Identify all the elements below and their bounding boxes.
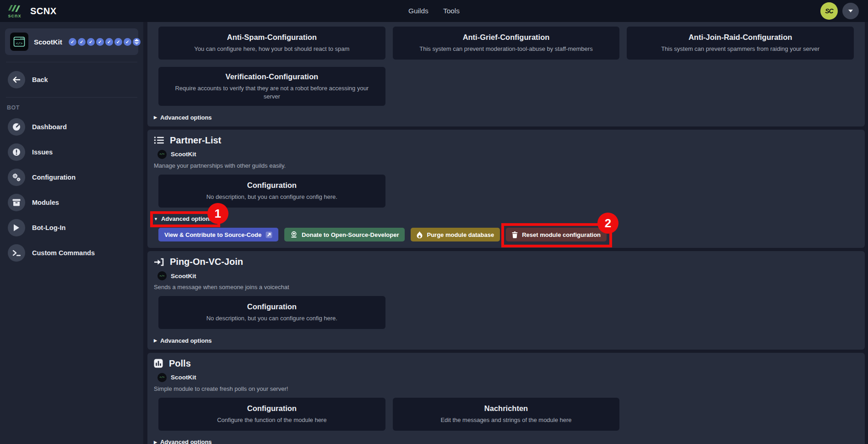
triangle-right-icon: ▶ <box>154 338 157 343</box>
sidebar-item-modules[interactable]: Modules <box>5 192 138 213</box>
section-owner: ScootKit <box>171 374 196 381</box>
modules-icon <box>8 194 25 211</box>
button-label: Reset module configuration <box>522 231 601 238</box>
sidebar: </> ScootKit ✓ ✓ ✓ ✓ ✓ ✓ ✓ <box>0 22 143 444</box>
sidebar-section-label: BOT <box>7 104 136 111</box>
advanced-options-label: Advanced options <box>160 439 212 444</box>
config-card[interactable]: Verification-Configuration Require accou… <box>158 67 385 106</box>
advanced-options-toggle[interactable]: ▶ Advanced options <box>154 337 212 344</box>
top-navbar: scnx SCNX Guilds Tools SC <box>0 0 868 22</box>
back-arrow-icon <box>8 71 25 88</box>
nav-link-tools[interactable]: Tools <box>443 7 460 15</box>
chevron-down-icon <box>848 9 853 13</box>
sidebar-item-dashboard[interactable]: Dashboard <box>5 116 138 137</box>
donate-button[interactable]: Donate to Open-Source-Developer <box>284 228 405 241</box>
config-card-desc: Configure the function of the module her… <box>217 416 326 424</box>
config-card-title: Configuration <box>247 302 297 311</box>
config-card-title: Verification-Configuration <box>226 72 319 81</box>
config-card[interactable]: Configuration Configure the function of … <box>158 398 385 431</box>
button-label: Purge module database <box>427 231 494 238</box>
config-card-title: Nachrichten <box>484 404 528 413</box>
navbar-right: SC <box>820 2 859 20</box>
triangle-down-icon: ▼ <box>154 217 158 221</box>
scootkit-avatar: </> <box>157 150 167 159</box>
sidebar-item-label: Issues <box>32 148 53 156</box>
guild-avatar-icon: </> <box>10 33 28 51</box>
section-title: Ping-On-VC-Join <box>170 257 243 267</box>
config-card-title: Configuration <box>247 181 297 190</box>
sidebar-item-label: Modules <box>32 199 59 206</box>
poll-icon <box>154 359 163 368</box>
purge-database-button[interactable]: Purge module database <box>411 228 500 241</box>
config-card-title: Anti-Spam-Configuration <box>227 33 317 42</box>
section-owner: ScootKit <box>171 151 196 158</box>
config-card-title: Configuration <box>247 404 297 413</box>
section-desc: Manage your partnerships with other guil… <box>154 162 859 169</box>
sidebar-item-issues[interactable]: Issues <box>5 142 138 163</box>
gears-icon <box>8 169 25 186</box>
main-content: Anti-Spam-Configuration You can configur… <box>143 22 868 444</box>
config-card-desc: This system can prevent moderation-tool-… <box>419 45 592 53</box>
verified-badge-icon: ✓ <box>105 38 113 46</box>
config-card-desc: No description, but you can configure co… <box>206 193 337 201</box>
sidebar-item-label: Custom Commands <box>32 249 95 257</box>
section-desc: Sends a message when someone joins a voi… <box>154 284 859 291</box>
nav-link-guilds[interactable]: Guilds <box>408 7 429 15</box>
guild-card[interactable]: </> ScootKit ✓ ✓ ✓ ✓ ✓ ✓ ✓ <box>5 28 138 55</box>
config-card-desc: You can configure here, how your bot sho… <box>194 45 349 53</box>
boost-badge-icon <box>133 38 141 46</box>
config-card[interactable]: Anti-Grief-Configuration This system can… <box>393 27 620 60</box>
guild-name: ScootKit <box>34 38 62 46</box>
verified-badge-icon: ✓ <box>124 38 131 46</box>
triangle-right-icon: ▶ <box>154 440 157 444</box>
advanced-options-label: Advanced options <box>161 215 213 222</box>
config-card[interactable]: Configuration No description, but you ca… <box>158 175 385 208</box>
sign-in-icon <box>154 258 164 266</box>
config-card-desc: No description, but you can configure co… <box>206 314 337 323</box>
brand-title: SCNX <box>30 6 57 16</box>
button-label: Donate to Open-Source-Developer <box>302 231 399 238</box>
sidebar-item-configuration[interactable]: Configuration <box>5 167 138 188</box>
reset-module-config-button[interactable]: Reset module configuration <box>506 228 607 241</box>
dashboard-icon <box>8 118 25 136</box>
user-avatar[interactable]: SC <box>820 2 838 20</box>
config-card[interactable]: Nachrichten Edit the messages and string… <box>393 398 620 431</box>
triangle-right-icon: ▶ <box>154 115 157 120</box>
divider <box>6 62 137 62</box>
config-card-desc: Require accounts to verify that they are… <box>167 84 377 100</box>
back-button[interactable]: Back <box>5 69 138 90</box>
issues-icon <box>8 143 25 161</box>
module-section-top: Anti-Spam-Configuration You can configur… <box>147 22 865 126</box>
user-menu-button[interactable] <box>842 3 859 19</box>
config-card[interactable]: Anti-Spam-Configuration You can configur… <box>158 27 385 60</box>
advanced-options-label: Advanced options <box>160 337 212 344</box>
config-card[interactable]: Configuration No description, but you ca… <box>158 296 385 329</box>
external-link-icon <box>266 231 272 238</box>
verified-badge-icon: ✓ <box>114 38 122 46</box>
config-card[interactable]: Anti-Join-Raid-Configuration This system… <box>627 27 854 60</box>
view-source-code-button[interactable]: View & Contribute to Source-Code <box>158 228 278 241</box>
scootkit-avatar: </> <box>157 373 167 382</box>
sidebar-item-label: Configuration <box>32 174 76 181</box>
section-title: Partner-List <box>170 135 221 146</box>
section-owner: ScootKit <box>171 273 196 280</box>
advanced-options-toggle-expanded[interactable]: ▼ Advanced options 1 <box>154 215 213 222</box>
advanced-options-toggle[interactable]: ▶ Advanced options <box>154 439 212 444</box>
button-label: View & Contribute to Source-Code <box>164 231 261 238</box>
verified-badge-icon: ✓ <box>78 38 86 46</box>
fire-icon <box>417 231 423 238</box>
verified-badge-icon: ✓ <box>87 38 95 46</box>
list-icon <box>154 136 164 144</box>
play-icon <box>8 219 25 236</box>
advanced-options-toggle[interactable]: ▶ Advanced options <box>154 114 212 121</box>
module-section-ping-on-vc-join: Ping-On-VC-Join </> ScootKit Sends a mes… <box>147 251 865 350</box>
sidebar-item-bot-log-in[interactable]: Bot-Log-In <box>5 217 138 238</box>
verified-badge-icon: ✓ <box>69 38 76 46</box>
brand[interactable]: scnx SCNX <box>6 4 57 18</box>
guild-badges: ✓ ✓ ✓ ✓ ✓ ✓ ✓ <box>69 38 141 46</box>
config-card-desc: Edit the messages and strings of the mod… <box>440 416 571 424</box>
scnx-logo-word: scnx <box>8 13 21 18</box>
sidebar-item-custom-commands[interactable]: Custom Commands <box>5 242 138 263</box>
config-card-desc: This system can prevent spammers from ra… <box>661 45 819 53</box>
sidebar-item-label: Bot-Log-In <box>32 224 65 231</box>
